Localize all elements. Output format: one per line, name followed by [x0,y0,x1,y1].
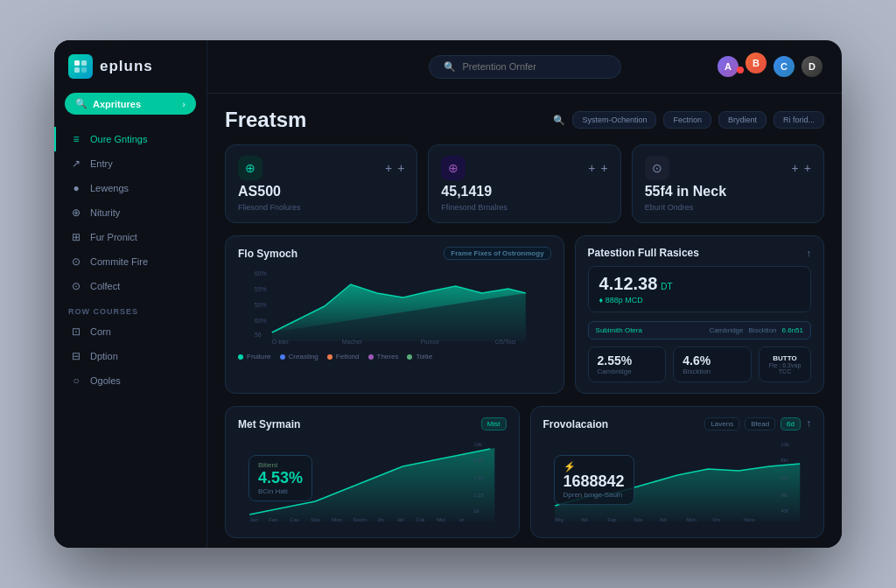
nav-label-niturity: Niturity [90,207,120,218]
stat-label-1: Fliesond Fnolures [238,203,404,212]
nav-icon-oure: ≡ [70,133,82,145]
svg-rect-0 [74,60,80,66]
stat-label-2: Ffinesond Brnalres [441,203,607,212]
sidebar-item-niturity[interactable]: ⊕ Niturity [54,200,206,225]
metrics-card-title: Patestion Full Rasices ↑ [588,247,811,259]
plus-icon-3a[interactable]: + [792,161,799,175]
metric-label-2: Biscktion [682,368,742,375]
svg-text:Mon: Mon [686,517,696,522]
svg-text:Mon: Mon [332,517,342,522]
legend-dot-theres [368,354,374,360]
sidebar-item-colfect[interactable]: ⊙ Colfect [54,274,206,298]
svg-text:Vin: Vin [712,517,720,522]
metric-butto-sub: Fle : 6.3vap TCC [765,362,805,374]
svg-rect-2 [74,67,80,73]
stat-card-1: ⊕ + + AS500 Fliesond Fnolures [225,144,417,223]
stat-value-1: AS500 [238,184,404,200]
overlay-sub-left: BCin Hati [258,487,303,495]
bottom-charts: Met Syrmain Mist Bitient 4.53% BCin Hati [225,406,824,538]
stat-value-2: 45,1419 [441,184,607,200]
chart-btn-6d[interactable]: 6d [780,417,801,430]
header-btn-brydient[interactable]: Brydient [718,111,766,129]
plus-icon-3b[interactable]: + [804,161,811,175]
sidebar-item-corn[interactable]: ⊡ Corn [54,319,206,344]
legend-dot-fruiture [238,354,243,360]
sidebar-item-fur-pronict[interactable]: ⊞ Fur Pronict [54,225,206,249]
svg-text:6fo: 6fo [780,475,788,480]
svg-text:Soom: Soom [353,517,367,522]
plus-icon-1b[interactable]: + [397,161,404,175]
legend-fetlond: Fetlond [327,353,360,360]
metrics-title-text: Patestion Full Rasices [588,247,699,259]
legend-label-fruiture: Fruiture [247,353,271,360]
legend-label-creasting: Creasting [289,353,318,360]
svg-text:Nit: Nit [581,517,588,522]
sidebar-item-lewengs[interactable]: ● Lewengs [54,176,206,200]
legend-theres: Theres [368,353,399,360]
metrics-icon-btn[interactable]: ↑ [807,248,812,258]
sidebar-item-commite-fire[interactable]: ⊙ Commite Fire [54,249,206,274]
svg-rect-3 [81,67,87,73]
logo-icon [68,54,93,79]
nav-icon-commite: ⊙ [70,256,82,268]
overlay-stat-left: Bitient 4.53% BCin Hati [248,455,312,501]
sub-section-label: Subimith Otera [596,326,642,334]
overlay-val-left: 4.53% [258,469,303,487]
nav-icon-dption: ⊟ [70,350,82,362]
search-bar[interactable]: 🔍 [429,55,621,79]
svg-text:Sep: Sep [311,517,320,522]
sub-action-cambridge: Cambridge [709,326,743,334]
chart-action-icon[interactable]: ↑ [806,417,811,430]
header-btn-fectrion[interactable]: Fectrion [663,111,711,129]
header-btn-system[interactable]: System-Ochention [572,111,656,129]
metric-butto: BUTTO [773,354,796,362]
svg-text:Cas: Cas [290,517,299,522]
stat-actions-3: + + [792,161,811,175]
chart-btn-mist[interactable]: Mist [481,417,507,430]
legend-dot-creasting [280,354,285,360]
chart-btn-lavens[interactable]: Lavens [704,417,739,430]
legend-dot-toitie [407,354,412,360]
svg-text:Mig: Mig [555,517,564,522]
nav-icon-niturity: ⊕ [70,206,82,219]
stat-actions-2: + + [588,161,607,175]
nav-label-commite: Commite Fire [90,256,148,267]
sidebar: epluns 🔍 Axpritures › ≡ Oure Gntings ↗ E… [54,40,207,548]
stat-icon-2: ⊕ [441,156,466,180]
plus-icon-2b[interactable]: + [600,161,607,175]
legend-fruiture: Fruiture [238,353,271,360]
nav-label-dption: Dption [90,351,118,361]
legend-dot-fetlond [327,354,332,360]
sidebar-item-ogoles[interactable]: ○ Ogoles [54,368,206,393]
chart-btn-bfead[interactable]: Bfead [745,417,775,430]
nav-icon-entry: ↗ [70,158,82,170]
nav-icon-ogoles: ○ [70,374,82,387]
chart-flo-svg: 60% 55% 50% 60% 56 O-bler Macher Flunce [238,267,551,346]
svg-text:Macher: Macher [342,339,363,345]
header-btn-forid[interactable]: Ri forid... [774,111,824,129]
overlay-icon-right: ⚡ [564,461,625,472]
sidebar-item-dption[interactable]: ⊟ Dption [54,344,206,368]
notification-dot [737,66,744,74]
row-courses-label: ROW COURSES [54,298,206,319]
metric-main-unit: DT [661,282,672,291]
search-input[interactable] [463,61,606,72]
overlay-val-right: 1688842 [564,472,625,491]
search-btn-label: Axpritures [93,99,141,109]
overlay-label-right: Dpren brnge-Sauih [564,491,625,499]
sidebar-search-btn[interactable]: 🔍 Axpritures › [65,93,196,115]
sidebar-item-entry[interactable]: ↗ Entry [54,151,206,176]
header-actions: 🔍 System-Ochention Fectrion Brydient Ri … [553,111,824,129]
chart-flo-tag: Frame Fixes of Ostronmogy [444,247,550,260]
avatar-3: C [772,54,796,79]
sub-action-biscktion: Biscktion [749,326,777,334]
svg-text:1k: 1k [473,508,480,514]
chart-bottom-right-actions: Lavens Bfead 6d ↑ [704,417,811,430]
plus-icon-1a[interactable]: + [385,161,392,175]
metric-label-1: Cambridge [598,368,657,375]
plus-icon-2a[interactable]: + [588,161,595,175]
sidebar-item-oure-gntings[interactable]: ≡ Oure Gntings [54,127,206,151]
svg-rect-1 [81,60,87,66]
nav-icon-fur: ⊞ [70,231,82,243]
nav-label-oure: Oure Gntings [90,134,147,144]
